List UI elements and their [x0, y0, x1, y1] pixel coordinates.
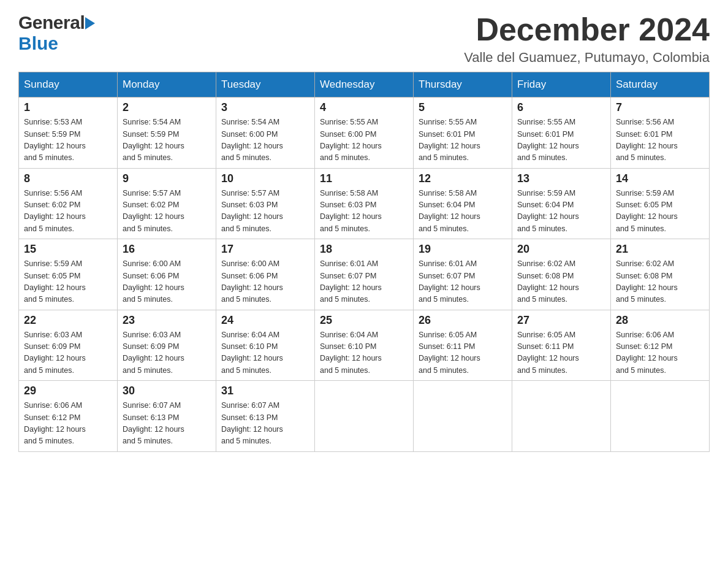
- calendar-week-row: 15Sunrise: 5:59 AMSunset: 6:05 PMDayligh…: [19, 239, 710, 310]
- calendar-cell: 6Sunrise: 5:55 AMSunset: 6:01 PMDaylight…: [512, 98, 611, 169]
- calendar-cell: 14Sunrise: 5:59 AMSunset: 6:05 PMDayligh…: [611, 168, 710, 239]
- calendar-cell: 10Sunrise: 5:57 AMSunset: 6:03 PMDayligh…: [216, 168, 315, 239]
- calendar-week-row: 8Sunrise: 5:56 AMSunset: 6:02 PMDaylight…: [19, 168, 710, 239]
- day-number: 7: [616, 101, 704, 114]
- day-number: 28: [616, 314, 704, 327]
- calendar-cell: 2Sunrise: 5:54 AMSunset: 5:59 PMDaylight…: [118, 98, 216, 169]
- day-info: Sunrise: 6:03 AMSunset: 6:09 PMDaylight:…: [24, 329, 112, 377]
- day-number: 3: [221, 101, 309, 114]
- logo-arrow-icon: [85, 17, 95, 29]
- calendar-cell: 19Sunrise: 6:01 AMSunset: 6:07 PMDayligh…: [414, 239, 512, 310]
- day-info: Sunrise: 5:59 AMSunset: 6:05 PMDaylight:…: [24, 258, 112, 306]
- calendar-cell: 13Sunrise: 5:59 AMSunset: 6:04 PMDayligh…: [512, 168, 611, 239]
- logo: General Blue: [18, 12, 95, 54]
- calendar-week-row: 22Sunrise: 6:03 AMSunset: 6:09 PMDayligh…: [19, 310, 710, 381]
- calendar-week-row: 1Sunrise: 5:53 AMSunset: 5:59 PMDaylight…: [19, 98, 710, 169]
- weekday-header-thursday: Thursday: [414, 72, 512, 98]
- day-number: 27: [517, 314, 605, 327]
- day-number: 30: [123, 385, 211, 397]
- day-info: Sunrise: 6:00 AMSunset: 6:06 PMDaylight:…: [221, 258, 309, 306]
- calendar-cell: 16Sunrise: 6:00 AMSunset: 6:06 PMDayligh…: [118, 239, 216, 310]
- day-number: 2: [123, 101, 211, 114]
- calendar-cell: [315, 381, 414, 452]
- day-info: Sunrise: 6:01 AMSunset: 6:07 PMDaylight:…: [320, 258, 408, 306]
- calendar-cell: 8Sunrise: 5:56 AMSunset: 6:02 PMDaylight…: [19, 168, 118, 239]
- day-info: Sunrise: 6:04 AMSunset: 6:10 PMDaylight:…: [221, 329, 309, 377]
- day-number: 29: [24, 385, 112, 397]
- weekday-header-monday: Monday: [118, 72, 216, 98]
- day-info: Sunrise: 5:58 AMSunset: 6:03 PMDaylight:…: [320, 188, 408, 236]
- title-section: December 2024 Valle del Guamuez, Putumay…: [464, 12, 710, 66]
- day-info: Sunrise: 6:05 AMSunset: 6:11 PMDaylight:…: [419, 329, 507, 377]
- day-info: Sunrise: 5:59 AMSunset: 6:04 PMDaylight:…: [517, 188, 605, 236]
- day-number: 12: [419, 172, 507, 185]
- day-number: 23: [123, 314, 211, 327]
- calendar-cell: 31Sunrise: 6:07 AMSunset: 6:13 PMDayligh…: [216, 381, 315, 452]
- logo-general-text: General: [18, 12, 85, 33]
- calendar-cell: 22Sunrise: 6:03 AMSunset: 6:09 PMDayligh…: [19, 310, 118, 381]
- calendar-cell: 30Sunrise: 6:07 AMSunset: 6:13 PMDayligh…: [118, 381, 216, 452]
- calendar-cell: 26Sunrise: 6:05 AMSunset: 6:11 PMDayligh…: [414, 310, 512, 381]
- day-info: Sunrise: 6:02 AMSunset: 6:08 PMDaylight:…: [517, 258, 605, 306]
- calendar-cell: 1Sunrise: 5:53 AMSunset: 5:59 PMDaylight…: [19, 98, 118, 169]
- calendar-cell: 3Sunrise: 5:54 AMSunset: 6:00 PMDaylight…: [216, 98, 315, 169]
- day-info: Sunrise: 6:02 AMSunset: 6:08 PMDaylight:…: [616, 258, 704, 306]
- location-title: Valle del Guamuez, Putumayo, Colombia: [464, 50, 710, 66]
- day-info: Sunrise: 5:57 AMSunset: 6:02 PMDaylight:…: [123, 188, 211, 236]
- day-info: Sunrise: 6:04 AMSunset: 6:10 PMDaylight:…: [320, 329, 408, 377]
- page-header: General Blue December 2024 Valle del Gua…: [18, 12, 710, 66]
- calendar-cell: 27Sunrise: 6:05 AMSunset: 6:11 PMDayligh…: [512, 310, 611, 381]
- calendar-cell: 12Sunrise: 5:58 AMSunset: 6:04 PMDayligh…: [414, 168, 512, 239]
- calendar-cell: 29Sunrise: 6:06 AMSunset: 6:12 PMDayligh…: [19, 381, 118, 452]
- day-number: 31: [221, 385, 309, 397]
- day-info: Sunrise: 6:01 AMSunset: 6:07 PMDaylight:…: [419, 258, 507, 306]
- day-number: 5: [419, 101, 507, 114]
- calendar-table: SundayMondayTuesdayWednesdayThursdayFrid…: [18, 72, 710, 452]
- day-number: 13: [517, 172, 605, 185]
- day-number: 4: [320, 101, 408, 114]
- day-info: Sunrise: 6:03 AMSunset: 6:09 PMDaylight:…: [123, 329, 211, 377]
- day-number: 18: [320, 243, 408, 256]
- day-info: Sunrise: 5:56 AMSunset: 6:02 PMDaylight:…: [24, 188, 112, 236]
- day-info: Sunrise: 6:05 AMSunset: 6:11 PMDaylight:…: [517, 329, 605, 377]
- day-number: 20: [517, 243, 605, 256]
- weekday-header-tuesday: Tuesday: [216, 72, 315, 98]
- calendar-cell: 21Sunrise: 6:02 AMSunset: 6:08 PMDayligh…: [611, 239, 710, 310]
- calendar-cell: 28Sunrise: 6:06 AMSunset: 6:12 PMDayligh…: [611, 310, 710, 381]
- day-number: 11: [320, 172, 408, 185]
- calendar-cell: [414, 381, 512, 452]
- day-info: Sunrise: 6:07 AMSunset: 6:13 PMDaylight:…: [123, 400, 211, 448]
- day-number: 1: [24, 101, 112, 114]
- calendar-cell: 25Sunrise: 6:04 AMSunset: 6:10 PMDayligh…: [315, 310, 414, 381]
- day-info: Sunrise: 5:55 AMSunset: 6:01 PMDaylight:…: [419, 117, 507, 164]
- day-info: Sunrise: 6:06 AMSunset: 6:12 PMDaylight:…: [616, 329, 704, 377]
- day-number: 19: [419, 243, 507, 256]
- calendar-cell: 11Sunrise: 5:58 AMSunset: 6:03 PMDayligh…: [315, 168, 414, 239]
- day-number: 6: [517, 101, 605, 114]
- calendar-cell: 5Sunrise: 5:55 AMSunset: 6:01 PMDaylight…: [414, 98, 512, 169]
- day-info: Sunrise: 6:07 AMSunset: 6:13 PMDaylight:…: [221, 400, 309, 448]
- weekday-header-friday: Friday: [512, 72, 611, 98]
- day-info: Sunrise: 5:54 AMSunset: 6:00 PMDaylight:…: [221, 117, 309, 164]
- day-info: Sunrise: 6:06 AMSunset: 6:12 PMDaylight:…: [24, 400, 112, 448]
- day-info: Sunrise: 5:55 AMSunset: 6:01 PMDaylight:…: [517, 117, 605, 164]
- day-number: 24: [221, 314, 309, 327]
- calendar-cell: 7Sunrise: 5:56 AMSunset: 6:01 PMDaylight…: [611, 98, 710, 169]
- day-number: 17: [221, 243, 309, 256]
- day-number: 14: [616, 172, 704, 185]
- day-number: 9: [123, 172, 211, 185]
- day-number: 15: [24, 243, 112, 256]
- day-number: 22: [24, 314, 112, 327]
- day-number: 26: [419, 314, 507, 327]
- calendar-cell: 15Sunrise: 5:59 AMSunset: 6:05 PMDayligh…: [19, 239, 118, 310]
- calendar-cell: [611, 381, 710, 452]
- day-number: 8: [24, 172, 112, 185]
- day-info: Sunrise: 6:00 AMSunset: 6:06 PMDaylight:…: [123, 258, 211, 306]
- calendar-header-row: SundayMondayTuesdayWednesdayThursdayFrid…: [19, 72, 710, 98]
- calendar-cell: [512, 381, 611, 452]
- day-info: Sunrise: 5:54 AMSunset: 5:59 PMDaylight:…: [123, 117, 211, 164]
- day-number: 25: [320, 314, 408, 327]
- day-number: 21: [616, 243, 704, 256]
- day-info: Sunrise: 5:55 AMSunset: 6:00 PMDaylight:…: [320, 117, 408, 164]
- calendar-cell: 18Sunrise: 6:01 AMSunset: 6:07 PMDayligh…: [315, 239, 414, 310]
